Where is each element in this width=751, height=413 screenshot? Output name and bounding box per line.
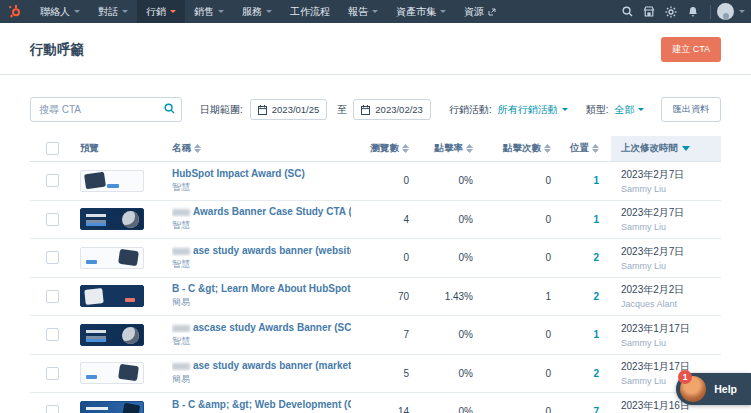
navbar-menu-item[interactable]: 服務	[233, 0, 281, 23]
cta-type-label: 簡易	[172, 373, 190, 386]
notifications-bell-icon[interactable]	[682, 0, 704, 23]
table-row: B - C &amp; &gt; Web Development (CTA) -…	[30, 393, 721, 413]
clicks-value: 0	[485, 162, 563, 200]
avatar-caret-icon[interactable]	[739, 10, 745, 16]
chevron-down-icon	[266, 10, 272, 16]
navbar-menu-item[interactable]: 資產市集	[387, 0, 455, 23]
cta-name-link[interactable]: B - C &gt; Learn More About HubSpot Sale…	[172, 283, 351, 294]
chevron-down-icon	[562, 108, 568, 114]
views-value: 0	[351, 239, 421, 277]
search-box	[30, 97, 182, 122]
modified-by: Sammy Liu	[621, 338, 666, 348]
header-last-modified[interactable]: 上次修改時間	[611, 136, 721, 161]
date-from-value: 2023/01/25	[272, 104, 320, 115]
cta-type-label: 智慧	[172, 181, 190, 194]
cta-preview-thumbnail[interactable]	[80, 401, 144, 413]
search-icon[interactable]	[616, 0, 638, 23]
cta-name-link[interactable]: ascase study Awards Banner (SC)	[172, 322, 351, 333]
row-checkbox[interactable]	[46, 367, 59, 380]
cta-preview-thumbnail[interactable]	[80, 324, 144, 346]
placement-link[interactable]: 7	[593, 406, 599, 413]
chevron-down-icon	[638, 108, 644, 114]
cta-preview-thumbnail[interactable]	[80, 247, 144, 269]
navbar-menu-item[interactable]: 工作流程	[281, 0, 339, 23]
click-rate-value: 0%	[421, 201, 485, 239]
export-data-button[interactable]: 匯出資料	[661, 97, 721, 122]
date-to-input[interactable]: 2023/02/23	[353, 99, 431, 120]
placement-link[interactable]: 1	[593, 175, 599, 186]
navbar-menu-item[interactable]: 對話	[89, 0, 137, 23]
placement-link[interactable]: 2	[593, 291, 599, 302]
sort-icon	[592, 144, 599, 153]
header-clicks[interactable]: 點擊次數	[485, 136, 563, 161]
navbar-menu-item[interactable]: 聯絡人	[31, 0, 89, 23]
placement-link[interactable]: 1	[593, 329, 599, 340]
campaign-filter-dropdown[interactable]: 所有行銷活動	[498, 103, 568, 117]
header-placement[interactable]: 位置	[563, 136, 611, 161]
page-title: 行動呼籲	[30, 41, 84, 59]
help-widget-button[interactable]: 1 Help	[676, 373, 751, 405]
click-rate-value: 0%	[421, 239, 485, 277]
cta-preview-thumbnail[interactable]	[80, 208, 144, 230]
chevron-down-icon	[170, 10, 176, 16]
row-checkbox[interactable]	[46, 405, 59, 413]
placement-link[interactable]: 1	[593, 214, 599, 225]
calendar-icon	[258, 105, 267, 115]
navbar-menu-item[interactable]: 行銷	[137, 0, 185, 23]
row-checkbox[interactable]	[46, 174, 59, 187]
cta-name-link[interactable]: HubSpot Impact Award (SC)	[172, 168, 305, 179]
user-avatar[interactable]	[717, 3, 734, 20]
redacted-prefix	[172, 209, 190, 216]
modified-by: Jacques Alant	[621, 299, 677, 309]
hubspot-logo[interactable]	[0, 0, 31, 23]
chevron-down-icon	[74, 10, 80, 16]
create-cta-button[interactable]: 建立 CTA	[661, 37, 721, 62]
modified-date: 2023年1月17日	[621, 322, 690, 336]
redacted-prefix	[172, 363, 190, 370]
help-notification-badge: 1	[678, 370, 692, 384]
table-row: HubSpot Impact Award (SC) 智慧 0 0% 0 1 20…	[30, 162, 721, 201]
date-to-word: 至	[337, 103, 347, 117]
cta-preview-thumbnail[interactable]	[80, 362, 144, 384]
cta-name-link[interactable]: Awards Banner Case Study CTA (SC)	[172, 206, 351, 217]
placement-link[interactable]: 2	[593, 252, 599, 263]
clicks-value: 0	[485, 201, 563, 239]
table-row: Awards Banner Case Study CTA (SC) 智慧 4 0…	[30, 201, 721, 240]
modified-by: Sammy Liu	[621, 222, 666, 232]
cta-name-link[interactable]: ase study awards banner (website -...	[172, 245, 351, 256]
type-filter-dropdown[interactable]: 全部	[614, 103, 644, 117]
navbar-menu-item[interactable]: 報告	[339, 0, 387, 23]
header-name[interactable]: 名稱	[172, 136, 351, 161]
row-checkbox[interactable]	[46, 251, 59, 264]
row-checkbox[interactable]	[46, 213, 59, 226]
sort-icon	[402, 144, 409, 153]
help-agent-avatar: 1	[680, 376, 706, 402]
header-views[interactable]: 瀏覽數	[351, 136, 421, 161]
header-click-rate[interactable]: 點擊率	[421, 136, 485, 161]
modified-date: 2023年2月7日	[621, 245, 684, 259]
page-header: 行動呼籲 建立 CTA	[0, 23, 751, 75]
cta-preview-thumbnail[interactable]	[80, 285, 144, 307]
sort-desc-icon	[682, 146, 690, 151]
cta-name-link[interactable]: ase study awards banner (marketing - S..…	[172, 360, 351, 371]
hubspot-sprocket-icon	[8, 4, 22, 19]
cta-preview-thumbnail[interactable]	[80, 170, 144, 192]
table-header-row: 預覽 名稱 瀏覽數 點擊率 點擊次數 位置 上次修改時間	[30, 136, 721, 162]
placement-link[interactable]: 2	[593, 368, 599, 379]
marketplace-icon[interactable]	[638, 0, 660, 23]
date-from-input[interactable]: 2023/01/25	[250, 99, 328, 120]
search-input[interactable]	[30, 97, 182, 122]
clicks-value: 0	[485, 355, 563, 393]
navbar-items-container: 聯絡人 對話 行銷 銷售 服務 工作流程 報告 資產市集 資源	[31, 0, 505, 23]
navbar-menu-item[interactable]: 資源	[455, 0, 505, 23]
modified-by: Sammy Liu	[621, 376, 666, 386]
campaign-filter-label: 行銷活動:	[449, 103, 492, 117]
row-checkbox[interactable]	[46, 328, 59, 341]
navbar-menu-item[interactable]: 銷售	[185, 0, 233, 23]
select-all-checkbox[interactable]	[46, 142, 59, 155]
clicks-value: 1	[485, 278, 563, 316]
cta-name-link[interactable]: B - C &amp; &gt; Web Development (CTA) -…	[172, 399, 351, 410]
settings-gear-icon[interactable]	[660, 0, 682, 23]
chevron-down-icon	[122, 10, 128, 16]
row-checkbox[interactable]	[46, 290, 59, 303]
